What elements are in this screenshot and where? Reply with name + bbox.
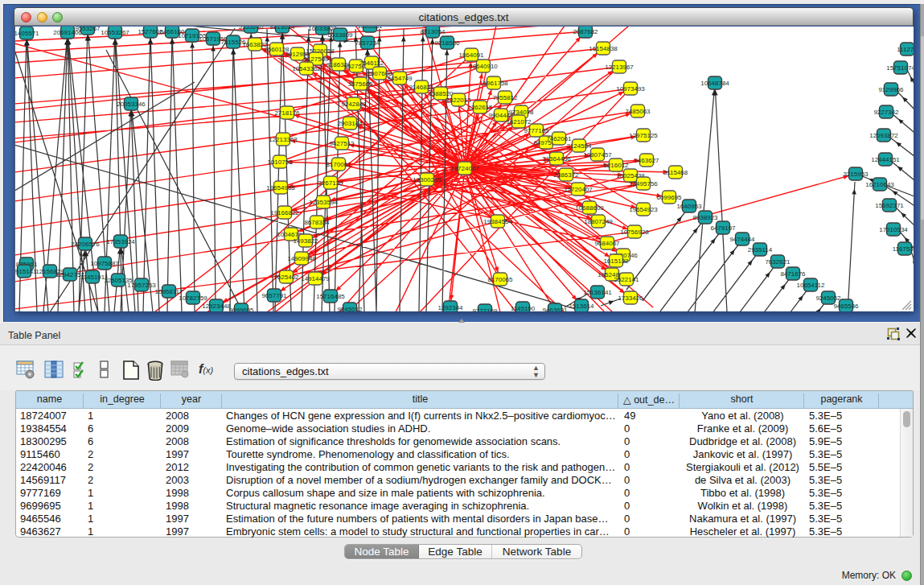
svg-text:17353924: 17353924 [106, 238, 135, 245]
svg-text:17010534: 17010534 [879, 226, 908, 233]
svg-text:18640910: 18640910 [469, 63, 498, 70]
svg-text:12093872: 12093872 [869, 132, 898, 139]
svg-text:9734078: 9734078 [508, 109, 534, 116]
svg-text:9465546: 9465546 [833, 303, 859, 310]
svg-text:2718176: 2718176 [274, 109, 300, 117]
svg-text:8454749: 8454749 [387, 75, 413, 82]
svg-text:10782759: 10782759 [179, 295, 207, 302]
svg-text:1513614: 1513614 [569, 303, 594, 310]
svg-text:2386372: 2386372 [553, 171, 579, 179]
svg-text:7546112: 7546112 [359, 60, 384, 67]
svg-text:18724007: 18724007 [450, 165, 479, 172]
svg-text:3215953: 3215953 [843, 171, 869, 178]
svg-text:1493822: 1493822 [293, 237, 318, 245]
svg-text:9777169: 9777169 [472, 307, 498, 312]
svg-text:9699695: 9699695 [228, 307, 254, 312]
svg-text:9777165: 9777165 [524, 127, 549, 134]
svg-text:15136141: 15136141 [583, 289, 612, 296]
svg-text:1010755: 1010755 [267, 159, 293, 166]
svg-text:16210643: 16210643 [865, 181, 894, 188]
svg-text:1362615: 1362615 [467, 104, 493, 111]
svg-text:10975887: 10975887 [90, 260, 119, 267]
svg-text:10807457: 10807457 [583, 151, 612, 159]
svg-text:18300295: 18300295 [413, 176, 441, 183]
svg-text:16961758: 16961758 [479, 80, 508, 87]
svg-text:9657791: 9657791 [261, 292, 287, 299]
svg-text:19166822: 19166822 [270, 209, 299, 216]
svg-text:3915141: 3915141 [15, 268, 37, 275]
svg-text:15692371: 15692371 [875, 202, 904, 209]
svg-text:8471676: 8471676 [780, 270, 806, 278]
svg-text:1603381: 1603381 [357, 27, 383, 30]
svg-text:19654965: 19654965 [266, 184, 295, 192]
svg-text:24206576: 24206576 [71, 241, 100, 248]
svg-text:9553267: 9553267 [75, 27, 101, 32]
svg-text:8938923: 8938923 [692, 214, 718, 221]
svg-text:18495756: 18495756 [629, 180, 658, 187]
svg-text:8170061: 8170061 [326, 161, 351, 168]
svg-text:3267130: 3267130 [318, 179, 343, 187]
svg-text:14914479: 14914479 [301, 275, 330, 282]
svg-text:8678334: 8678334 [304, 219, 330, 226]
svg-text:12213967: 12213967 [605, 64, 634, 71]
svg-text:9684067: 9684067 [594, 240, 620, 247]
svg-text:12213363: 12213363 [269, 136, 298, 143]
svg-text:1405571: 1405571 [15, 30, 39, 37]
svg-text:9127509: 9127509 [303, 56, 329, 63]
svg-text:2903144: 2903144 [337, 120, 363, 127]
svg-text:9427512: 9427512 [329, 140, 355, 147]
svg-text:3115468: 3115468 [663, 169, 688, 176]
svg-text:9245012: 9245012 [337, 306, 363, 312]
svg-text:7955812: 7955812 [492, 94, 518, 101]
svg-text:14909948: 14909948 [287, 255, 316, 262]
svg-text:21364456: 21364456 [542, 155, 571, 163]
svg-text:1292344: 1292344 [437, 304, 463, 311]
svg-text:7462061: 7462061 [546, 135, 572, 142]
svg-text:9242848: 9242848 [341, 101, 367, 108]
svg-text:1621072: 1621072 [506, 118, 532, 126]
svg-text:9129966: 9129966 [878, 86, 904, 93]
svg-text:6033809: 6033809 [327, 31, 353, 39]
svg-text:3124554: 3124554 [566, 142, 592, 150]
svg-text:19384554: 19384554 [483, 218, 512, 225]
svg-text:10688609: 10688609 [575, 204, 604, 212]
svg-text:8813014: 8813014 [269, 27, 295, 31]
svg-text:1145191: 1145191 [80, 274, 105, 281]
svg-text:1167534: 1167534 [893, 245, 914, 253]
svg-text:12923448: 12923448 [202, 303, 231, 310]
svg-text:9227342: 9227342 [873, 109, 899, 116]
svg-text:18807249: 18807249 [584, 218, 613, 225]
svg-text:5155246: 5155246 [238, 27, 264, 31]
svg-text:10973493: 10973493 [616, 85, 645, 93]
svg-text:9245052: 9245052 [815, 295, 841, 302]
svg-text:2522141: 2522141 [614, 276, 639, 283]
svg-text:6099695: 6099695 [656, 194, 682, 201]
svg-text:6479197: 6479197 [710, 225, 736, 232]
svg-text:12444151: 12444151 [871, 156, 900, 163]
svg-text:10648784: 10648784 [700, 80, 729, 87]
svg-text:1864091: 1864091 [458, 51, 484, 59]
svg-text:9463627: 9463627 [634, 157, 659, 164]
svg-text:16154838: 16154838 [589, 45, 618, 52]
svg-text:7857234: 7857234 [355, 39, 380, 47]
svg-text:19654923: 19654923 [629, 206, 658, 213]
svg-text:9218566: 9218566 [434, 39, 460, 47]
svg-text:15720407: 15720407 [564, 186, 593, 193]
svg-text:8170065: 8170065 [487, 276, 513, 283]
svg-text:7485063: 7485063 [625, 108, 651, 115]
svg-text:9463621: 9463621 [542, 307, 568, 312]
svg-text:111278: 111278 [897, 46, 914, 53]
svg-text:15716485: 15716485 [316, 293, 345, 300]
svg-text:1615132: 1615132 [603, 257, 629, 265]
svg-text:15751074: 15751074 [886, 64, 914, 72]
svg-text:2935114: 2935114 [748, 246, 773, 253]
svg-text:12353594: 12353594 [309, 199, 338, 206]
svg-text:1640953: 1640953 [676, 203, 702, 210]
svg-text:12975125: 12975125 [629, 132, 658, 139]
svg-text:17957253: 17957253 [127, 282, 156, 289]
svg-text:1145190: 1145190 [511, 305, 536, 312]
svg-text:20053346: 20053346 [117, 101, 146, 108]
svg-text:1733426: 1733426 [618, 295, 643, 302]
svg-text:10543362: 10543362 [292, 65, 321, 72]
svg-text:10756928: 10756928 [620, 229, 649, 236]
